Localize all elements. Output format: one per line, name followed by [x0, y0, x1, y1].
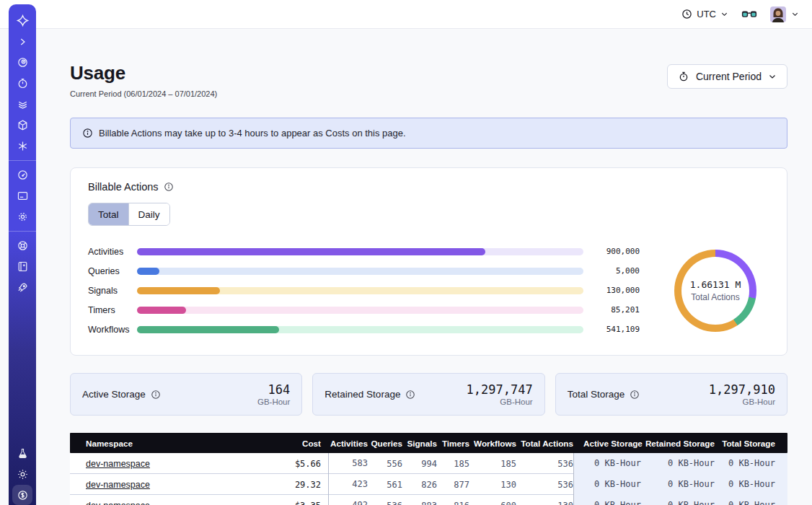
sidebar-item-task-queues[interactable] — [9, 94, 36, 115]
sidebar-item-billing-shortcut[interactable] — [12, 485, 32, 505]
billable-actions-title: Billable Actions — [88, 181, 159, 193]
dollar-circle-icon — [17, 489, 29, 501]
active-storage-card: Active Storage 164 GB-Hour — [70, 373, 302, 416]
lifebuoy-icon — [17, 240, 29, 252]
tab-daily[interactable]: Daily — [128, 203, 169, 225]
info-icon[interactable] — [630, 390, 640, 400]
total-storage-label: Total Storage — [568, 389, 625, 400]
billable-actions-bar-chart: Activities 900,000 Queries 5,000 Signals — [88, 242, 640, 339]
bar-value: 130,000 — [596, 286, 640, 295]
timers-cell: 816 — [437, 501, 469, 505]
col-header-namespace: Namespace — [70, 439, 240, 448]
glasses-icon — [741, 9, 757, 20]
active-storage-cell: 0 KB-Hour — [583, 474, 641, 495]
main-content: Usage Current Period (06/01/2024 – 07/01… — [70, 29, 787, 505]
total-storage-card: Total Storage 1,297,910 GB-Hour — [555, 373, 787, 416]
sidebar-item-namespaces[interactable] — [9, 52, 36, 73]
table-row: dev-namespace $5.66 583 556 994 185 185 … — [70, 453, 787, 474]
avatar — [770, 6, 786, 22]
timers-cell: 877 — [437, 480, 469, 490]
sidebar-item-labs[interactable] — [9, 443, 36, 464]
sidebar-item-settings[interactable] — [9, 206, 36, 227]
expand-sidebar-button[interactable] — [9, 31, 36, 52]
tab-total[interactable]: Total — [89, 203, 128, 225]
bar-track — [137, 248, 583, 255]
bar-fill — [137, 326, 279, 333]
workflows-cell: 600 — [469, 501, 516, 505]
active-storage-label: Active Storage — [82, 389, 146, 400]
info-icon — [82, 128, 93, 139]
total-storage-cell: 0 KB-Hour — [715, 474, 787, 495]
cube-icon — [17, 119, 29, 131]
bar-fill — [137, 307, 186, 314]
bar-fill — [137, 268, 159, 275]
bar-label: Queries — [88, 266, 137, 276]
period-selector-button[interactable]: Current Period — [667, 64, 787, 89]
gauge-icon — [17, 169, 29, 181]
info-icon[interactable] — [151, 390, 161, 400]
bar-value: 5,000 — [596, 266, 640, 276]
timers-cell: 185 — [437, 459, 469, 469]
workflows-cell: 130 — [469, 480, 516, 490]
bar-label: Signals — [88, 286, 137, 296]
info-icon[interactable] — [405, 390, 415, 400]
col-header-total-storage: Total Storage — [715, 439, 787, 448]
retained-storage-cell: 0 KB-Hour — [641, 453, 715, 474]
timezone-picker[interactable]: UTC — [681, 9, 728, 19]
user-menu[interactable] — [770, 6, 799, 22]
asterisk-icon — [17, 140, 29, 152]
col-header-total-actions: Total Actions — [516, 439, 573, 448]
sidebar-item-schedules[interactable] — [9, 73, 36, 94]
bar-value: 900,000 — [596, 247, 640, 256]
total-storage-unit: GB-Hour — [709, 398, 775, 406]
billable-actions-card: Billable Actions Total Daily Activities … — [70, 167, 787, 356]
nav-rail — [9, 4, 36, 505]
flask-icon — [17, 447, 29, 460]
sidebar-item-deployments[interactable] — [9, 115, 36, 136]
bar-label: Activities — [88, 247, 137, 257]
sidebar-item-nexus[interactable] — [9, 136, 36, 157]
retained-storage-card: Retained Storage 1,297,747 GB-Hour — [312, 373, 544, 416]
sidebar-item-usage[interactable] — [9, 164, 36, 185]
donut-caption: Total Actions — [691, 292, 739, 302]
bar-row-activities: Activities 900,000 — [88, 242, 640, 261]
namespace-link[interactable]: dev-namespace — [86, 480, 150, 490]
sidebar-item-getting-started[interactable] — [9, 277, 36, 298]
namespace-link[interactable]: dev-namespace — [86, 501, 150, 505]
retained-storage-label: Retained Storage — [325, 389, 400, 400]
sidebar-item-billing[interactable] — [9, 185, 36, 206]
period-selector-label: Current Period — [696, 71, 762, 82]
queries-cell: 536 — [368, 501, 402, 505]
chart-mode-tabs: Total Daily — [88, 203, 170, 226]
total-storage-cell: 0 KB-Hour — [715, 453, 787, 474]
table-header-row: Namespace Cost Activities Queries Signal… — [70, 433, 787, 453]
retained-storage-cell: 0 KB-Hour — [641, 495, 715, 505]
timer-icon — [17, 77, 29, 89]
bar-value: 85,201 — [596, 305, 640, 315]
gear-icon — [17, 211, 29, 223]
donut-total-value: 1.66131 M — [690, 279, 741, 290]
stopwatch-icon — [678, 71, 689, 82]
top-bar: UTC — [0, 0, 812, 29]
retained-storage-unit: GB-Hour — [467, 398, 533, 406]
namespace-link[interactable]: dev-namespace — [86, 459, 150, 469]
table-row: dev-namespace $3.35 492 536 883 816 600 … — [70, 495, 787, 505]
total-actions-cell: 536 — [516, 459, 573, 469]
sidebar-item-support[interactable] — [9, 235, 36, 256]
activities-cell: 423 — [328, 474, 368, 495]
sidebar-divider — [9, 160, 36, 161]
info-icon[interactable] — [164, 182, 174, 192]
sidebar-item-docs[interactable] — [9, 256, 36, 277]
bar-row-timers: Timers 85,201 — [88, 300, 640, 320]
demo-glasses-button[interactable] — [741, 9, 757, 20]
cost-cell: $5.66 — [240, 459, 328, 469]
book-icon — [17, 260, 29, 273]
bar-fill — [137, 248, 485, 255]
bar-fill — [137, 287, 220, 294]
col-header-cost: Cost — [240, 439, 328, 448]
temporal-logo-icon[interactable] — [9, 10, 36, 31]
active-storage-unit: GB-Hour — [257, 398, 290, 406]
bar-track — [137, 326, 583, 333]
sidebar-item-theme[interactable] — [9, 464, 36, 485]
col-header-queries: Queries — [368, 439, 402, 448]
